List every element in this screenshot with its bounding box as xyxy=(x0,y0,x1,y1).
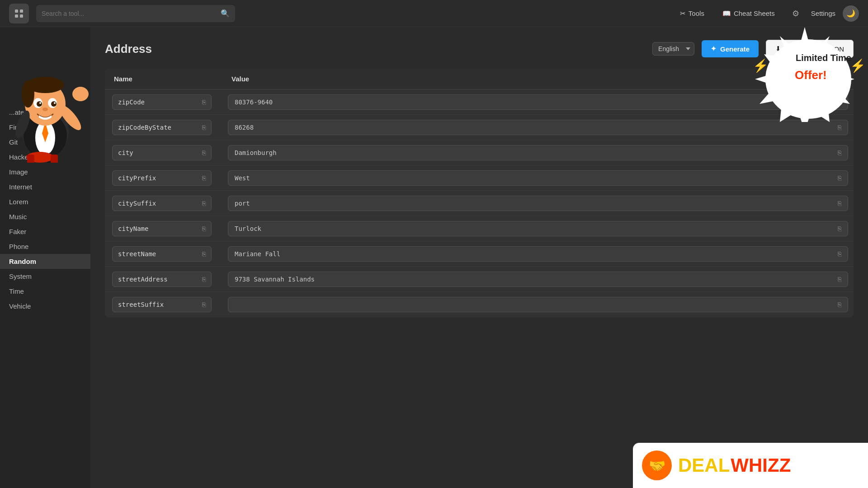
svg-rect-2 xyxy=(15,14,18,18)
name-badge-2[interactable]: city ⎘ xyxy=(112,145,212,160)
copy-name-icon[interactable]: ⎘ xyxy=(202,276,206,283)
table-row: streetName ⎘ Mariane Fall ⎘ xyxy=(105,241,854,267)
sidebar-item-label: Internet xyxy=(9,183,32,191)
copy-value-icon[interactable]: ⎘ xyxy=(838,276,841,283)
sidebar-item-ate[interactable]: ...ate xyxy=(0,105,90,120)
name-badge-6[interactable]: streetName ⎘ xyxy=(112,246,212,262)
sidebar-item-label: Random xyxy=(9,258,36,265)
copy-value-icon[interactable]: ⎘ xyxy=(838,99,841,106)
sidebar-item-label: Lorem xyxy=(9,198,28,206)
name-badge-5[interactable]: cityName ⎘ xyxy=(112,221,212,236)
value-badge-0[interactable]: 80376-9640 ⎘ xyxy=(228,94,848,110)
download-button[interactable]: ⬇ Download as JSON xyxy=(766,40,854,58)
sidebar-item-internet[interactable]: Internet xyxy=(0,179,90,194)
field-name: streetSuffix xyxy=(118,301,164,308)
sidebar-item-label: Finance xyxy=(9,123,33,131)
field-name: cityPrefix xyxy=(118,174,156,182)
table-row: streetSuffix ⎘ ⎘ xyxy=(105,292,854,317)
field-value: Turlock xyxy=(235,225,261,232)
sidebar-item-phone[interactable]: Phone xyxy=(0,239,90,254)
name-badge-4[interactable]: citySuffix ⎘ xyxy=(112,196,212,211)
sidebar-item-label: Hacker xyxy=(9,153,31,161)
sidebar-item-faker[interactable]: Faker xyxy=(0,224,90,239)
value-badge-4[interactable]: port ⎘ xyxy=(228,196,848,211)
name-badge-3[interactable]: cityPrefix ⎘ xyxy=(112,170,212,186)
sidebar-item-vehicle[interactable]: Vehicle xyxy=(0,299,90,314)
copy-name-icon[interactable]: ⎘ xyxy=(202,149,206,156)
copy-value-icon[interactable]: ⎘ xyxy=(838,174,841,182)
field-value: 9738 Savannah Islands xyxy=(235,276,315,283)
search-input[interactable] xyxy=(42,10,217,17)
copy-name-icon[interactable]: ⎘ xyxy=(202,225,206,232)
book-icon: 📖 xyxy=(722,9,731,18)
sidebar-item-label: Vehicle xyxy=(9,302,31,310)
sidebar-item-hacker[interactable]: Hacker xyxy=(0,150,90,164)
field-value: 86268 xyxy=(235,124,254,131)
copy-name-icon[interactable]: ⎘ xyxy=(202,99,206,106)
generate-button[interactable]: ✦ Generate xyxy=(702,40,759,57)
value-badge-2[interactable]: Damionburgh ⎘ xyxy=(228,145,848,160)
field-value: West xyxy=(235,174,250,182)
value-badge-5[interactable]: Turlock ⎘ xyxy=(228,221,848,236)
logo-button[interactable] xyxy=(9,4,29,23)
name-badge-7[interactable]: streetAddress ⎘ xyxy=(112,272,212,287)
sidebar-item-system[interactable]: System xyxy=(0,269,90,284)
download-icon: ⬇ xyxy=(775,45,781,53)
sidebar-item-image[interactable]: Image xyxy=(0,164,90,179)
moon-icon: 🌙 xyxy=(846,9,855,18)
sidebar-item-random[interactable]: Random xyxy=(0,254,90,269)
table-row: zipCode ⎘ 80376-9640 ⎘ xyxy=(105,89,854,115)
cell-value-4: port ⎘ xyxy=(222,191,854,216)
cell-value-2: Damionburgh ⎘ xyxy=(222,141,854,165)
table-row: streetAddress ⎘ 9738 Savannah Islands ⎘ xyxy=(105,267,854,292)
copy-name-icon[interactable]: ⎘ xyxy=(202,301,206,308)
sidebar-item-label: System xyxy=(9,272,32,280)
copy-value-icon[interactable]: ⎘ xyxy=(838,149,841,156)
cell-name-3: cityPrefix ⎘ xyxy=(105,166,222,190)
name-badge-1[interactable]: zipCodeByState ⎘ xyxy=(112,120,212,135)
generate-icon: ✦ xyxy=(711,45,717,53)
col-name-header: Name xyxy=(114,75,231,83)
value-badge-1[interactable]: 86268 ⎘ xyxy=(228,120,848,135)
svg-point-10 xyxy=(22,80,34,108)
content-area: Address English French German Spanish ✦ … xyxy=(90,27,868,488)
sidebar-item-label: Time xyxy=(9,287,24,295)
value-badge-7[interactable]: 9738 Savannah Islands ⎘ xyxy=(228,272,848,287)
copy-value-icon[interactable]: ⎘ xyxy=(838,124,841,131)
cheatsheets-nav-button[interactable]: 📖 Cheat Sheets xyxy=(717,7,780,20)
copy-value-icon[interactable]: ⎘ xyxy=(838,301,841,308)
download-label: Download as JSON xyxy=(785,45,844,53)
value-badge-6[interactable]: Mariane Fall ⎘ xyxy=(228,246,848,262)
name-badge-8[interactable]: streetSuffix ⎘ xyxy=(112,297,212,312)
sidebar-item-music[interactable]: Music xyxy=(0,209,90,224)
sidebar-item-finance[interactable]: Finance xyxy=(0,120,90,135)
settings-icon[interactable]: ⚙ xyxy=(788,5,804,22)
cell-value-8: ⎘ xyxy=(222,292,854,317)
value-badge-3[interactable]: West ⎘ xyxy=(228,170,848,186)
copy-value-icon[interactable]: ⎘ xyxy=(838,200,841,207)
table-row: cityName ⎘ Turlock ⎘ xyxy=(105,216,854,241)
sidebar-item-time[interactable]: Time xyxy=(0,284,90,299)
name-badge-0[interactable]: zipCode ⎘ xyxy=(112,94,212,110)
field-name: cityName xyxy=(118,225,148,232)
theme-toggle-button[interactable]: 🌙 xyxy=(843,5,859,22)
copy-value-icon[interactable]: ⎘ xyxy=(838,225,841,232)
language-select[interactable]: English French German Spanish xyxy=(652,42,694,56)
field-name: streetName xyxy=(118,250,156,258)
copy-value-icon[interactable]: ⎘ xyxy=(838,250,841,258)
tools-icon: ✂ xyxy=(680,9,686,18)
svg-point-15 xyxy=(39,102,41,104)
value-badge-8[interactable]: ⎘ xyxy=(228,297,848,312)
tools-nav-button[interactable]: ✂ Tools xyxy=(675,7,710,20)
field-name: zipCode xyxy=(118,99,145,106)
sidebar-item-lorem[interactable]: Lorem xyxy=(0,194,90,209)
cell-value-1: 86268 ⎘ xyxy=(222,115,854,140)
table-row: citySuffix ⎘ port ⎘ xyxy=(105,191,854,216)
copy-name-icon[interactable]: ⎘ xyxy=(202,200,206,207)
cell-name-7: streetAddress ⎘ xyxy=(105,267,222,291)
sidebar-item-git[interactable]: Git xyxy=(0,135,90,150)
cell-value-7: 9738 Savannah Islands ⎘ xyxy=(222,267,854,291)
copy-name-icon[interactable]: ⎘ xyxy=(202,174,206,182)
copy-name-icon[interactable]: ⎘ xyxy=(202,250,206,258)
copy-name-icon[interactable]: ⎘ xyxy=(202,124,206,131)
